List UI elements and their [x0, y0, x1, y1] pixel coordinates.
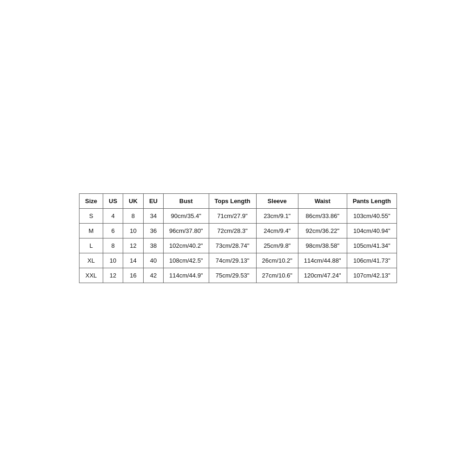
cell-eu: 42 [143, 268, 163, 283]
header-tops-length: Tops Length [209, 193, 256, 208]
cell-uk: 10 [123, 223, 144, 238]
cell-tops_length: 72cm/28.3" [209, 223, 256, 238]
cell-bust: 114cm/44.9" [163, 268, 209, 283]
cell-eu: 40 [143, 253, 163, 268]
table-row: M6103696cm/37.80"72cm/28.3"24cm/9.4"92cm… [79, 223, 397, 238]
header-bust: Bust [163, 193, 209, 208]
cell-tops_length: 74cm/29.13" [209, 253, 256, 268]
cell-size: M [79, 223, 103, 238]
cell-waist: 120cm/47.24" [298, 268, 347, 283]
cell-sleeve: 25cm/9.8" [256, 238, 298, 253]
cell-size: XL [79, 253, 103, 268]
cell-uk: 8 [123, 208, 144, 223]
cell-sleeve: 27cm/10.6" [256, 268, 298, 283]
cell-tops_length: 75cm/29.53" [209, 268, 256, 283]
size-chart-table: Size US UK EU Bust Tops Length Sleeve Wa… [79, 193, 397, 283]
cell-waist: 86cm/33.86" [298, 208, 347, 223]
cell-eu: 36 [143, 223, 163, 238]
cell-pants_length: 106cm/41.73" [347, 253, 397, 268]
table-row: S483490cm/35.4"71cm/27.9"23cm/9.1"86cm/3… [79, 208, 397, 223]
cell-bust: 102cm/40.2" [163, 238, 209, 253]
cell-eu: 34 [143, 208, 163, 223]
cell-size: L [79, 238, 103, 253]
cell-sleeve: 23cm/9.1" [256, 208, 298, 223]
cell-pants_length: 103cm/40.55" [347, 208, 397, 223]
header-uk: UK [123, 193, 144, 208]
cell-tops_length: 73cm/28.74" [209, 238, 256, 253]
cell-waist: 92cm/36.22" [298, 223, 347, 238]
cell-uk: 16 [123, 268, 144, 283]
cell-sleeve: 24cm/9.4" [256, 223, 298, 238]
cell-pants_length: 104cm/40.94" [347, 223, 397, 238]
cell-bust: 108cm/42.5" [163, 253, 209, 268]
cell-waist: 98cm/38.58" [298, 238, 347, 253]
cell-bust: 96cm/37.80" [163, 223, 209, 238]
table-row: XXL121642114cm/44.9"75cm/29.53"27cm/10.6… [79, 268, 397, 283]
cell-size: XXL [79, 268, 103, 283]
cell-sleeve: 26cm/10.2" [256, 253, 298, 268]
table-row: XL101440108cm/42.5"74cm/29.13"26cm/10.2"… [79, 253, 397, 268]
cell-us: 8 [103, 238, 123, 253]
header-waist: Waist [298, 193, 347, 208]
cell-us: 12 [103, 268, 123, 283]
cell-us: 4 [103, 208, 123, 223]
table-header-row: Size US UK EU Bust Tops Length Sleeve Wa… [79, 193, 397, 208]
cell-size: S [79, 208, 103, 223]
cell-uk: 12 [123, 238, 144, 253]
cell-us: 10 [103, 253, 123, 268]
table-row: L81238102cm/40.2"73cm/28.74"25cm/9.8"98c… [79, 238, 397, 253]
cell-uk: 14 [123, 253, 144, 268]
header-pants-length: Pants Length [347, 193, 397, 208]
cell-pants_length: 105cm/41.34" [347, 238, 397, 253]
cell-bust: 90cm/35.4" [163, 208, 209, 223]
header-size: Size [79, 193, 103, 208]
cell-waist: 114cm/44.88" [298, 253, 347, 268]
cell-pants_length: 107cm/42.13" [347, 268, 397, 283]
header-eu: EU [143, 193, 163, 208]
size-chart-container: Size US UK EU Bust Tops Length Sleeve Wa… [79, 193, 397, 283]
header-us: US [103, 193, 123, 208]
cell-tops_length: 71cm/27.9" [209, 208, 256, 223]
header-sleeve: Sleeve [256, 193, 298, 208]
cell-us: 6 [103, 223, 123, 238]
cell-eu: 38 [143, 238, 163, 253]
